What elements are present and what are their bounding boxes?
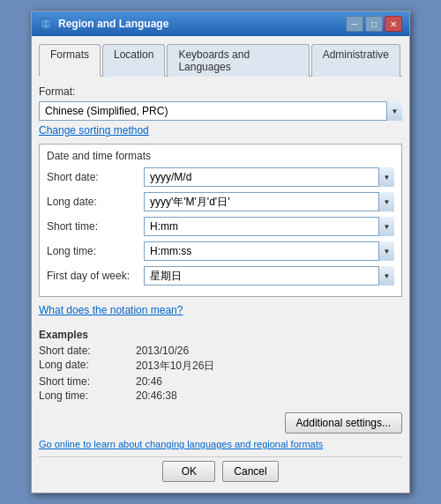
bottom-link-section: Go online to learn about changing langua…: [39, 439, 402, 449]
additional-settings-row: Additional settings...: [39, 412, 402, 434]
short-date-label: Short date:: [47, 171, 144, 183]
example-long-time-value: 20:46:38: [136, 389, 177, 402]
examples-title: Examples: [39, 329, 402, 341]
long-date-label: Long date:: [47, 196, 144, 208]
close-button[interactable]: ✕: [385, 16, 402, 32]
example-long-date-label: Long date:: [39, 359, 136, 374]
first-day-label: First day of week:: [47, 270, 144, 282]
minimize-button[interactable]: ─: [346, 16, 363, 32]
format-select-row: Chinese (Simplified, PRC) ▼: [39, 101, 402, 121]
tab-administrative[interactable]: Administrative: [311, 44, 400, 77]
title-bar: Region and Language ─ □ ✕: [32, 11, 409, 36]
title-bar-buttons: ─ □ ✕: [346, 16, 402, 32]
bottom-link[interactable]: Go online to learn about changing langua…: [39, 439, 402, 449]
maximize-button[interactable]: □: [365, 16, 383, 32]
example-long-date: Long date: 2013年10月26日: [39, 359, 402, 374]
window-title: Region and Language: [58, 18, 168, 30]
example-short-date-value: 2013/10/26: [136, 345, 189, 357]
long-time-select-wrapper: H:mm:ss ▼: [144, 241, 394, 261]
tab-location[interactable]: Location: [102, 44, 165, 77]
additional-settings-button[interactable]: Additional settings...: [285, 412, 402, 434]
first-day-select-wrapper: 星期日 ▼: [144, 266, 394, 285]
change-sorting-link[interactable]: Change sorting method: [39, 124, 149, 137]
example-short-time-label: Short time:: [39, 375, 136, 388]
main-window: Region and Language ─ □ ✕ Formats Locati…: [31, 11, 410, 493]
ok-cancel-row: OK Cancel: [39, 456, 402, 485]
tab-keyboards-languages[interactable]: Keyboards and Languages: [167, 44, 309, 77]
notation-link-section: What does the notation mean?: [39, 304, 402, 316]
format-select[interactable]: Chinese (Simplified, PRC): [39, 101, 402, 121]
examples-section: Examples Short date: 2013/10/26 Long dat…: [39, 323, 402, 409]
tab-formats[interactable]: Formats: [39, 44, 101, 77]
notation-link[interactable]: What does the notation mean?: [39, 304, 183, 316]
date-time-group: Date and time formats Short date: yyyy/M…: [39, 144, 402, 297]
cancel-button[interactable]: Cancel: [222, 461, 278, 482]
short-time-row: Short time: H:mm ▼: [47, 217, 394, 236]
first-day-select[interactable]: 星期日: [144, 266, 394, 285]
example-long-time: Long time: 20:46:38: [39, 389, 402, 402]
short-time-select[interactable]: H:mm: [144, 217, 394, 236]
example-short-date: Short date: 2013/10/26: [39, 345, 402, 357]
window-content: Formats Location Keyboards and Languages…: [32, 36, 409, 493]
short-date-select-wrapper: yyyy/M/d ▼: [144, 167, 394, 187]
long-date-row: Long date: yyyy'年'M'月'd'日' ▼: [47, 192, 394, 211]
format-select-wrapper: Chinese (Simplified, PRC) ▼: [39, 101, 402, 121]
title-bar-left: Region and Language: [39, 17, 168, 31]
window-icon: [39, 17, 53, 31]
short-date-row: Short date: yyyy/M/d ▼: [47, 167, 394, 187]
long-time-label: Long time:: [47, 245, 144, 257]
long-time-row: Long time: H:mm:ss ▼: [47, 241, 394, 261]
long-time-select[interactable]: H:mm:ss: [144, 241, 394, 261]
long-date-select-wrapper: yyyy'年'M'月'd'日' ▼: [144, 192, 394, 211]
ok-button[interactable]: OK: [162, 461, 215, 482]
tab-bar: Formats Location Keyboards and Languages…: [39, 43, 402, 77]
example-short-time: Short time: 20:46: [39, 375, 402, 388]
example-short-time-value: 20:46: [136, 375, 162, 388]
example-long-date-value: 2013年10月26日: [136, 359, 214, 374]
date-time-group-title: Date and time formats: [47, 150, 394, 162]
first-day-row: First day of week: 星期日 ▼: [47, 266, 394, 285]
short-time-label: Short time:: [47, 220, 144, 233]
short-date-select[interactable]: yyyy/M/d: [144, 167, 394, 187]
change-sorting-section: Change sorting method: [39, 124, 402, 137]
long-date-select[interactable]: yyyy'年'M'月'd'日': [144, 192, 394, 211]
format-label: Format:: [39, 85, 402, 98]
short-time-select-wrapper: H:mm ▼: [144, 217, 394, 236]
example-long-time-label: Long time:: [39, 389, 136, 402]
example-short-date-label: Short date:: [39, 345, 136, 357]
